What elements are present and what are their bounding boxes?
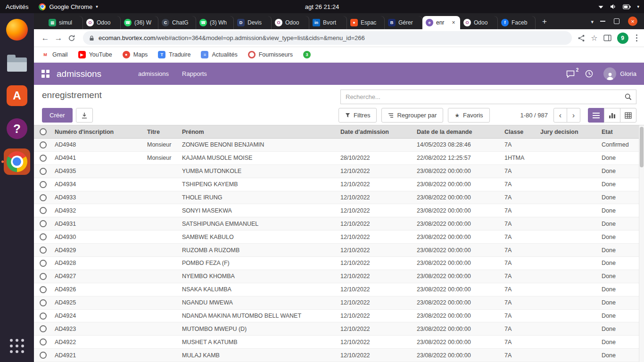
column-header-classe[interactable]: Classe — [502, 129, 537, 135]
export-button[interactable] — [76, 108, 93, 123]
column-header-etat[interactable]: Etat — [599, 129, 644, 135]
forward-button[interactable]: → — [52, 32, 65, 45]
dock-files[interactable] — [0, 46, 34, 79]
column-header-date-admission[interactable]: Date d'admission — [338, 129, 414, 135]
row-checkbox[interactable] — [40, 181, 47, 188]
select-all-checkbox[interactable] — [40, 128, 47, 135]
row-checkbox[interactable] — [40, 286, 47, 293]
column-header-titre[interactable]: Titre — [144, 129, 179, 135]
row-checkbox[interactable] — [40, 273, 47, 280]
focused-app-menu[interactable]: Google Chrome ▾ — [39, 3, 98, 10]
tab-close-icon[interactable]: × — [450, 19, 457, 26]
table-row[interactable]: AD4935 YUMBA MUTONKOLE 12/10/2022 23/08/… — [34, 165, 644, 178]
favorites-button[interactable]: ★ Favoris — [448, 108, 489, 123]
back-button[interactable]: ← — [39, 32, 52, 45]
browser-tab[interactable]: ☎ (36) W — [121, 16, 158, 29]
row-checkbox[interactable] — [40, 207, 47, 214]
search-icon[interactable] — [625, 93, 632, 100]
table-row[interactable]: AD4928 POMBO FEZA (F) 12/10/2022 23/08/2… — [34, 257, 644, 270]
bookmark-item[interactable]: 3 — [303, 51, 314, 58]
column-header-date-demande[interactable]: Date de la demande — [414, 129, 502, 135]
reload-button[interactable] — [65, 32, 78, 45]
browser-tab[interactable]: D Devis — [234, 16, 272, 29]
window-maximize-button[interactable] — [614, 18, 619, 24]
browser-tab[interactable]: ☎ (3) Wh — [196, 16, 234, 29]
scrollbar-thumb[interactable] — [640, 127, 644, 167]
messages-icon[interactable]: 2 — [566, 70, 575, 78]
side-panel-icon[interactable] — [603, 34, 611, 41]
pager-next-button[interactable]: › — [567, 108, 580, 123]
column-header-numero[interactable]: Numéro d'inscription — [52, 129, 144, 135]
table-row[interactable]: AD4923 MUTOMBO MWEPU (D) 12/10/2022 23/0… — [34, 322, 644, 336]
column-header-jury[interactable]: Jury decision — [537, 129, 599, 135]
table-row[interactable]: AD4932 SONYI MASEKWA 12/10/2022 23/08/20… — [34, 204, 644, 217]
graph-view-button[interactable] — [604, 108, 620, 123]
browser-menu-icon[interactable] — [634, 33, 640, 44]
row-checkbox[interactable] — [40, 220, 47, 227]
browser-tab[interactable]: O Odoo — [460, 16, 498, 29]
table-row[interactable]: AD4941 Monsieur KAJAMA MUSOLE MOISE 28/1… — [34, 152, 644, 165]
row-checkbox[interactable] — [40, 247, 47, 254]
address-bar[interactable]: ecoman.bvortex.com/web#action=364&model=… — [83, 31, 572, 45]
row-checkbox[interactable] — [40, 155, 47, 162]
dock-show-applications[interactable] — [0, 332, 34, 360]
table-row[interactable]: AD4933 THOLE IRUNG 12/10/2022 23/08/2022… — [34, 191, 644, 205]
browser-tab[interactable]: C ChatG — [158, 16, 196, 29]
bookmark-item[interactable]: Fournisseurs — [248, 51, 293, 58]
bookmark-item[interactable]: T Traduire — [158, 51, 190, 58]
bookmark-star-icon[interactable]: ☆ — [591, 33, 597, 42]
row-checkbox[interactable] — [40, 141, 47, 148]
row-checkbox[interactable] — [40, 260, 47, 267]
vertical-scrollbar[interactable] — [639, 125, 644, 362]
column-header-prenom[interactable]: Prénom — [179, 129, 338, 135]
app-title[interactable]: admissions — [57, 69, 101, 79]
table-row[interactable]: AD4930 SAMBWE KABULO 12/10/2022 23/08/20… — [34, 230, 644, 244]
table-row[interactable]: AD4929 RUZOMB A RUZOMB 12/10/2022 23/08/… — [34, 244, 644, 257]
table-row[interactable]: AD4925 NGANDU MWEWA 12/10/2022 23/08/202… — [34, 296, 644, 310]
row-checkbox[interactable] — [40, 194, 47, 201]
dock-chrome[interactable] — [0, 145, 34, 178]
new-tab-button[interactable]: + — [538, 16, 551, 28]
odoo-menu-item[interactable]: admissions — [138, 70, 169, 77]
bookmark-item[interactable]: ▶ YouTube — [78, 51, 112, 58]
tab-search-chevron-icon[interactable]: ▾ — [591, 19, 594, 25]
table-row[interactable]: AD4926 NSAKA KALUMBA 12/10/2022 23/08/20… — [34, 283, 644, 296]
search-input[interactable] — [341, 93, 625, 100]
activities-clock-icon[interactable] — [585, 70, 593, 78]
table-row[interactable]: AD4924 NDANDA MAKINA MUTOMBO BELL WANET … — [34, 310, 644, 323]
row-checkbox[interactable] — [40, 325, 47, 332]
window-minimize-button[interactable] — [600, 21, 605, 22]
browser-tab[interactable]: ● Espac — [347, 16, 385, 29]
system-tray[interactable]: ▾ — [598, 4, 639, 9]
filters-button[interactable]: Filtres — [339, 108, 377, 123]
row-checkbox[interactable] — [40, 233, 47, 240]
share-icon[interactable] — [578, 34, 585, 42]
table-row[interactable]: AD4927 NYEMBO KHOMBA 12/10/2022 23/08/20… — [34, 270, 644, 283]
table-row[interactable]: AD4921 MULAJ KAMB 12/10/2022 23/08/2022 … — [34, 349, 644, 362]
list-view-button[interactable] — [588, 108, 604, 123]
browser-tab[interactable]: in Bvort — [309, 16, 347, 29]
table-row[interactable]: AD4934 TSHIPENG KAYEMB 12/10/2022 23/08/… — [34, 178, 644, 191]
browser-tab[interactable]: B Gérer — [385, 16, 422, 29]
browser-tab[interactable]: O Odoo — [272, 16, 309, 29]
create-button[interactable]: Créer — [42, 108, 73, 123]
bookmark-item[interactable]: ≡ Actualités — [201, 51, 237, 58]
dock-ubuntu-software[interactable]: A — [0, 79, 34, 112]
bookmark-item[interactable]: M Gmail — [41, 51, 68, 58]
user-menu[interactable]: Gloria — [603, 67, 636, 80]
table-row[interactable]: AD4931 SATSHIPUNGA EMMANUEL 12/10/2022 2… — [34, 217, 644, 230]
pivot-view-button[interactable] — [620, 108, 636, 123]
profile-avatar[interactable]: 9 — [617, 33, 628, 44]
row-checkbox[interactable] — [40, 299, 47, 306]
row-checkbox[interactable] — [40, 352, 47, 359]
window-close-button[interactable]: × — [628, 16, 637, 26]
browser-tab[interactable]: ▦ simul — [45, 16, 83, 29]
dock-firefox[interactable] — [0, 13, 34, 46]
browser-tab[interactable]: e enr × — [422, 16, 460, 29]
row-checkbox[interactable] — [40, 313, 47, 320]
odoo-menu-item[interactable]: Rapports — [182, 70, 207, 77]
row-checkbox[interactable] — [40, 338, 47, 346]
table-row[interactable]: AD4948 Monsieur ZONGWE BENONI BENJAMIN 1… — [34, 139, 644, 152]
table-row[interactable]: AD4922 MUSHET A KATUMB 12/10/2022 23/08/… — [34, 336, 644, 349]
bookmark-item[interactable]: ● Maps — [123, 51, 148, 58]
